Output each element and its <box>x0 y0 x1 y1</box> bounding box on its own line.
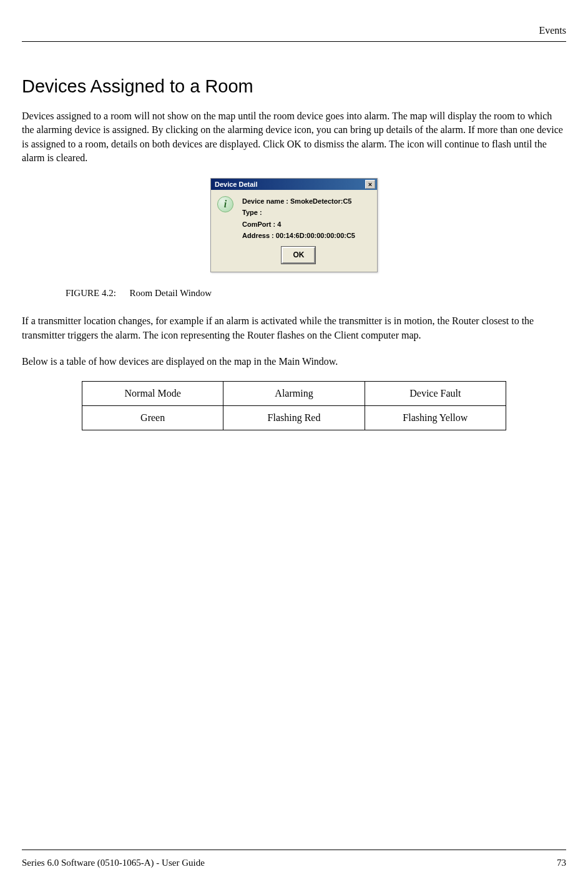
section-title: Devices Assigned to a Room <box>22 76 566 97</box>
table-header-cell: Device Fault <box>365 382 506 406</box>
figure-caption-text: Room Detail Window <box>130 288 212 298</box>
table-cell: Green <box>82 406 223 430</box>
dialog-button-row: OK <box>242 247 355 264</box>
paragraph-2: If a transmitter location changes, for e… <box>22 314 566 342</box>
table-header-cell: Normal Mode <box>82 382 223 406</box>
table-header-cell: Alarming <box>223 382 365 406</box>
device-display-table: Normal Mode Alarming Device Fault Green … <box>82 381 506 430</box>
page-header: Events <box>22 25 566 42</box>
ok-button[interactable]: OK <box>282 247 315 264</box>
address-line: Address : 00:14:6D:00:00:00:00:C5 <box>242 230 355 242</box>
figure-caption: FIGURE 4.2: Room Detail Window <box>66 288 566 299</box>
paragraph-1: Devices assigned to a room will not show… <box>22 109 566 166</box>
figure-label: FIGURE 4.2: <box>66 288 116 299</box>
page-number: 73 <box>557 858 566 868</box>
dialog-titlebar: Device Detail × <box>211 179 377 190</box>
dialog-title: Device Detail <box>215 181 257 188</box>
close-icon[interactable]: × <box>365 180 375 189</box>
device-name-line: Device name : SmokeDetector:C5 <box>242 196 355 207</box>
page-footer: Series 6.0 Software (0510-1065-A) - User… <box>22 850 566 868</box>
table-cell: Flashing Red <box>223 406 365 430</box>
table-cell: Flashing Yellow <box>365 406 506 430</box>
info-icon: i <box>217 196 235 214</box>
table-row: Green Flashing Red Flashing Yellow <box>82 406 506 430</box>
device-detail-dialog: Device Detail × i Device name : SmokeDet… <box>210 178 378 273</box>
table-row: Normal Mode Alarming Device Fault <box>82 382 506 406</box>
header-section-name: Events <box>539 25 566 36</box>
footer-left: Series 6.0 Software (0510-1065-A) - User… <box>22 858 205 868</box>
paragraph-3: Below is a table of how devices are disp… <box>22 355 566 369</box>
dialog-content: Device name : SmokeDetector:C5 Type : Co… <box>242 196 355 265</box>
comport-line: ComPort : 4 <box>242 219 355 230</box>
type-line: Type : <box>242 207 355 219</box>
dialog-body: i Device name : SmokeDetector:C5 Type : … <box>211 190 377 272</box>
dialog-figure-container: Device Detail × i Device name : SmokeDet… <box>22 178 566 273</box>
